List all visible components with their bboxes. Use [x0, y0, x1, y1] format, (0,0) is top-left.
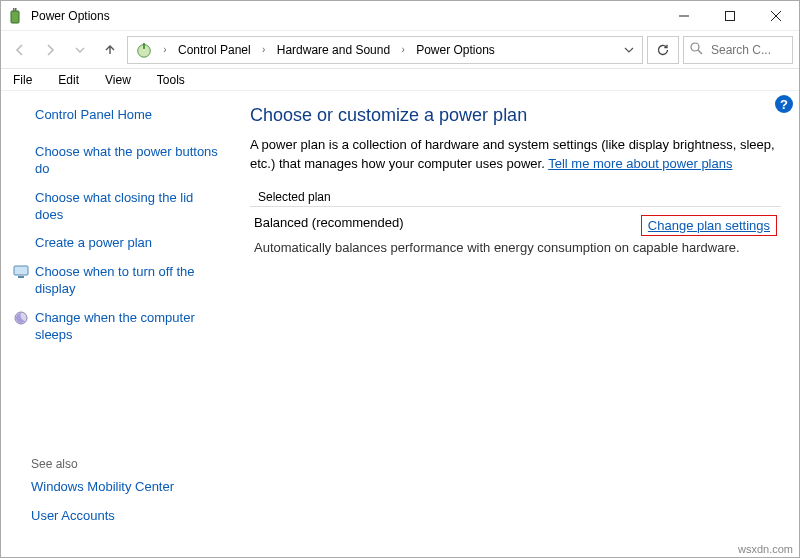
svg-rect-4	[726, 11, 735, 20]
plan-name: Balanced (recommended)	[254, 215, 404, 230]
maximize-button[interactable]	[707, 1, 753, 31]
svg-rect-2	[15, 8, 17, 11]
breadcrumb-hardware-sound[interactable]: Hardware and Sound	[271, 39, 396, 61]
sidebar: Control Panel Home Choose what the power…	[1, 91, 226, 541]
content: Control Panel Home Choose what the power…	[1, 91, 799, 541]
sidebar-item-create-plan[interactable]: Create a power plan	[11, 229, 226, 258]
watermark: wsxdn.com	[738, 543, 793, 555]
refresh-button[interactable]	[647, 36, 679, 64]
svg-rect-12	[18, 276, 24, 278]
toolbar: › Control Panel › Hardware and Sound › P…	[1, 31, 799, 69]
sidebar-item-closing-lid[interactable]: Choose what closing the lid does	[11, 184, 226, 230]
intro-text: A power plan is a collection of hardware…	[250, 136, 781, 174]
address-bar[interactable]: › Control Panel › Hardware and Sound › P…	[127, 36, 643, 64]
see-also-user-accounts[interactable]: User Accounts	[11, 502, 226, 531]
menu-view[interactable]: View	[101, 71, 135, 89]
see-also-label: User Accounts	[31, 508, 115, 525]
sidebar-item-power-buttons[interactable]: Choose what the power buttons do	[11, 138, 226, 184]
intro-link[interactable]: Tell me more about power plans	[548, 156, 732, 171]
minimize-button[interactable]	[661, 1, 707, 31]
address-dropdown[interactable]	[618, 37, 640, 63]
sidebar-item-label: Control Panel Home	[35, 107, 152, 124]
see-also-heading: See also	[11, 453, 226, 473]
breadcrumb-power-options[interactable]: Power Options	[410, 39, 501, 61]
selected-plan-label: Selected plan	[250, 186, 781, 207]
breadcrumb-control-panel[interactable]: Control Panel	[172, 39, 257, 61]
svg-rect-0	[11, 11, 19, 23]
search-icon	[690, 42, 703, 58]
see-also-label: Windows Mobility Center	[31, 479, 174, 496]
recent-locations-button[interactable]	[67, 37, 93, 63]
sidebar-item-label: Choose when to turn off the display	[35, 264, 220, 298]
window-title: Power Options	[31, 9, 661, 23]
search-input[interactable]	[709, 42, 779, 58]
sidebar-item-turn-off-display[interactable]: Choose when to turn off the display	[11, 258, 226, 304]
chevron-right-icon[interactable]: ›	[396, 44, 410, 55]
svg-rect-11	[14, 266, 28, 275]
menu-edit[interactable]: Edit	[54, 71, 83, 89]
see-also-mobility-center[interactable]: Windows Mobility Center	[11, 473, 226, 502]
menu-tools[interactable]: Tools	[153, 71, 189, 89]
up-button[interactable]	[97, 37, 123, 63]
sidebar-item-label: Choose what closing the lid does	[35, 190, 220, 224]
app-icon	[9, 8, 25, 24]
menubar: File Edit View Tools	[1, 69, 799, 91]
chevron-right-icon[interactable]: ›	[158, 44, 172, 55]
svg-rect-8	[143, 42, 145, 48]
svg-line-10	[698, 50, 702, 54]
sidebar-item-label: Choose what the power buttons do	[35, 144, 220, 178]
moon-icon	[13, 310, 29, 326]
sidebar-item-label: Change when the computer sleeps	[35, 310, 220, 344]
close-button[interactable]	[753, 1, 799, 31]
search-box[interactable]	[683, 36, 793, 64]
chevron-right-icon[interactable]: ›	[257, 44, 271, 55]
monitor-icon	[13, 264, 29, 280]
change-plan-settings-link[interactable]: Change plan settings	[641, 215, 777, 236]
forward-button[interactable]	[37, 37, 63, 63]
page-heading: Choose or customize a power plan	[250, 105, 781, 126]
svg-rect-1	[13, 8, 15, 11]
help-icon[interactable]: ?	[775, 95, 793, 113]
plan-row: Balanced (recommended) Change plan setti…	[250, 215, 781, 236]
svg-point-9	[691, 43, 699, 51]
sidebar-item-computer-sleeps[interactable]: Change when the computer sleeps	[11, 304, 226, 350]
menu-file[interactable]: File	[9, 71, 36, 89]
titlebar: Power Options	[1, 1, 799, 31]
power-options-icon	[134, 40, 154, 60]
main-pane: ? Choose or customize a power plan A pow…	[226, 91, 799, 541]
back-button[interactable]	[7, 37, 33, 63]
sidebar-item-label: Create a power plan	[35, 235, 152, 252]
plan-description: Automatically balances performance with …	[250, 236, 781, 255]
sidebar-control-panel-home[interactable]: Control Panel Home	[11, 101, 226, 130]
